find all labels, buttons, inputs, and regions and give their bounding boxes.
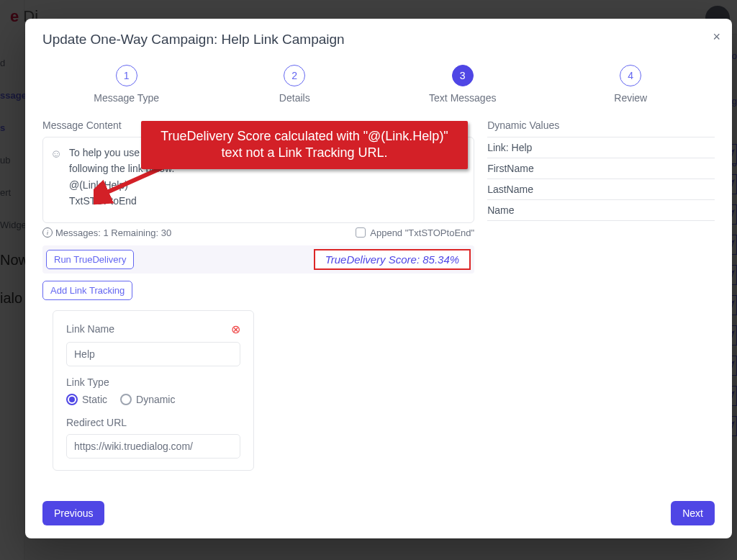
emoji-icon[interactable]: ☺ [50,145,62,163]
close-icon[interactable]: × [713,30,720,43]
update-campaign-modal: Update One-Way Campaign: Help Link Campa… [25,19,732,538]
step-message-type[interactable]: 1 Message Type [42,65,211,104]
add-link-tracking-button[interactable]: Add Link Tracking [42,281,132,300]
link-type-label: Link Type [66,376,240,388]
append-checkbox[interactable]: Append "TxtSTOPtoEnd" [356,227,474,238]
dynamic-value-item[interactable]: LastName [487,179,715,200]
step-label: Review [614,92,647,104]
radio-icon [66,394,78,405]
step-number: 4 [620,65,641,86]
radio-dynamic[interactable]: Dynamic [120,394,175,405]
link-tracking-card: Link Name ⊗ Link Type Static Dynamic Red… [53,310,254,471]
step-number: 2 [284,65,305,86]
truedelivery-score: TrueDelivery Score: 85.34% [314,249,471,270]
step-label: Details [279,92,310,104]
next-button[interactable]: Next [671,501,715,525]
redirect-url-input[interactable] [66,434,240,459]
step-number: 3 [452,65,474,86]
step-details[interactable]: 2 Details [211,65,379,104]
messages-counter: i Messages: 1 Remaining: 30 [42,227,171,238]
checkbox-icon[interactable] [356,227,366,238]
radio-icon [120,394,132,405]
link-name-input[interactable] [66,342,240,366]
previous-button[interactable]: Previous [42,501,104,525]
redirect-url-label: Redirect URL [66,417,240,428]
run-truedelivery-button[interactable]: Run TrueDelivery [46,250,134,269]
annotation-callout: TrueDelivery Score calculated with "@(Li… [141,121,468,169]
dynamic-values-list: Link: Help FirstName LastName Name [487,137,715,221]
step-number: 1 [116,65,137,86]
step-review[interactable]: 4 Review [547,65,715,104]
dynamic-value-item[interactable]: FirstName [487,158,715,179]
step-label: Message Type [94,92,159,104]
delete-icon[interactable]: ⊗ [231,322,240,336]
dynamic-values-label: Dynamic Values [487,119,715,131]
link-name-label: Link Name [66,323,114,335]
radio-static[interactable]: Static [66,394,107,405]
modal-title: Update One-Way Campaign: Help Link Campa… [42,32,715,48]
step-text-messages[interactable]: 3 Text Messages [379,65,547,104]
dynamic-value-item[interactable]: Name [487,200,715,221]
dynamic-value-item[interactable]: Link: Help [487,137,715,158]
stepper: 1 Message Type 2 Details 3 Text Messages… [42,65,715,104]
info-icon: i [42,227,53,238]
step-label: Text Messages [429,92,496,104]
